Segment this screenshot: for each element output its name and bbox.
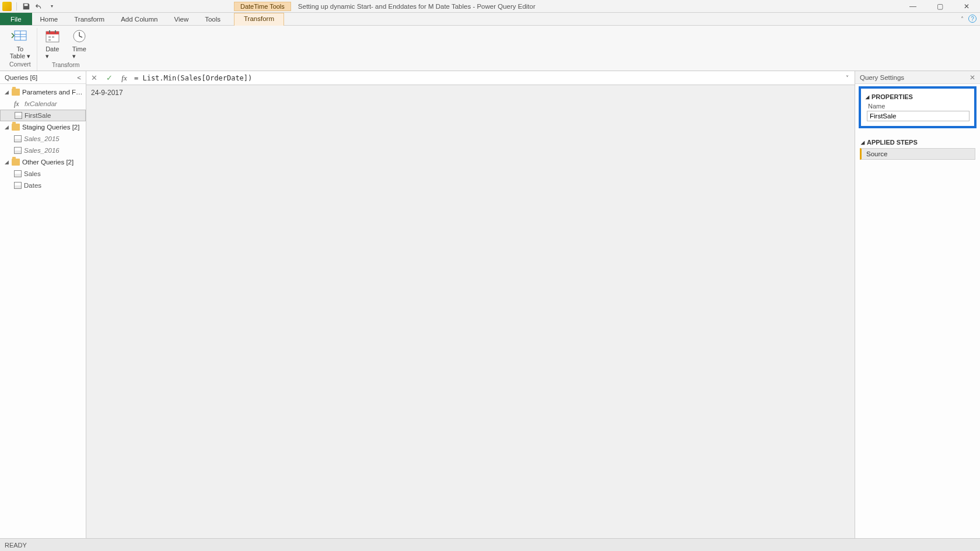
expand-icon[interactable]: ◢ — [4, 159, 9, 165]
name-label: Name — [864, 101, 971, 111]
query-item-fxcalendar[interactable]: fx fxCalendar — [0, 98, 86, 110]
fx-icon: fx — [14, 100, 22, 108]
collapse-icon: ◢ — [861, 140, 864, 145]
tab-file[interactable]: File — [0, 13, 32, 25]
ribbon-collapse-icon[interactable]: ˄ — [961, 16, 964, 22]
save-icon[interactable] — [22, 2, 31, 11]
properties-label: PROPERTIES — [872, 93, 913, 100]
status-bar: READY — [0, 538, 980, 551]
applied-steps-list: Source — [860, 148, 975, 160]
queries-pane: Queries [6] < ◢ Parameters and Fu… fx fx… — [0, 71, 86, 538]
query-settings-pane: Query Settings ✕ ◢ PROPERTIES Name ◢ APP… — [855, 71, 980, 538]
document-title: Setting up dynamic Start- and Enddates f… — [298, 3, 536, 10]
query-label: FirstSale — [24, 112, 85, 119]
query-item-sales2015[interactable]: Sales_2015 — [0, 133, 86, 145]
query-item-sales[interactable]: Sales — [0, 168, 86, 180]
query-settings-header: Query Settings ✕ — [855, 71, 980, 84]
queries-tree: ◢ Parameters and Fu… fx fxCalendar First… — [0, 84, 86, 194]
formula-expand-icon[interactable]: ˅ — [846, 75, 852, 81]
title-bar: ▾ DateTime Tools Setting up dynamic Star… — [0, 0, 980, 13]
expand-icon[interactable]: ◢ — [4, 124, 9, 130]
query-label: Dates — [24, 182, 86, 189]
query-name-input[interactable] — [867, 111, 970, 121]
qat-dropdown-icon[interactable]: ▾ — [47, 2, 57, 11]
applied-steps-header[interactable]: ◢ APPLIED STEPS — [860, 136, 975, 147]
app-icon — [2, 2, 12, 11]
to-table-label: ToTable ▾ — [10, 45, 30, 59]
ribbon-help-area: ˄ ? — [961, 15, 977, 23]
queries-header: Queries [6] < — [0, 71, 86, 84]
properties-highlight: ◢ PROPERTIES Name — [859, 86, 977, 128]
svg-rect-5 — [46, 31, 59, 34]
formula-bar: ✕ ✓ fx ˅ — [86, 71, 855, 85]
formula-input[interactable] — [134, 74, 841, 82]
to-table-icon — [10, 28, 29, 44]
group-label: Other Queries [2] — [22, 159, 86, 166]
context-tool-label: DateTime Tools — [234, 2, 291, 11]
undo-icon[interactable] — [34, 2, 44, 11]
center-area: ✕ ✓ fx ˅ 24-9-2017 — [86, 71, 855, 538]
formula-cancel-button[interactable]: ✕ — [89, 73, 99, 83]
query-item-sales2016[interactable]: Sales_2016 — [0, 145, 86, 156]
tab-transform[interactable]: Transform — [66, 13, 113, 25]
group-label: Staging Queries [2] — [22, 124, 86, 131]
window-controls: — ▢ ✕ — [900, 0, 980, 13]
properties-section-header[interactable]: ◢ PROPERTIES — [864, 91, 971, 101]
collapse-icon: ◢ — [866, 94, 869, 100]
time-icon — [70, 28, 89, 44]
ribbon-body: ToTable ▾ Convert Date▾ Time▾ Transform — [0, 26, 980, 71]
formula-commit-button[interactable]: ✓ — [104, 73, 114, 83]
close-button[interactable]: ✕ — [953, 0, 980, 13]
group-label: Parameters and Fu… — [22, 89, 86, 96]
result-value: 24-9-2017 — [91, 89, 123, 97]
group-label-transform: Transform — [52, 60, 79, 69]
maximize-button[interactable]: ▢ — [926, 0, 953, 13]
time-button[interactable]: Time▾ — [70, 28, 89, 60]
help-icon[interactable]: ? — [968, 15, 977, 23]
time-label: Time▾ — [72, 45, 86, 60]
ribbon-group-transform: Date▾ Time▾ Transform — [37, 28, 94, 71]
ribbon-group-convert: ToTable ▾ Convert — [4, 28, 37, 71]
query-label: Sales_2016 — [24, 147, 86, 154]
quick-access-toolbar: ▾ — [19, 2, 59, 11]
folder-icon — [12, 124, 20, 131]
svg-rect-9 — [52, 36, 54, 38]
minimize-button[interactable]: — — [900, 0, 926, 13]
status-ready: READY — [5, 542, 27, 549]
query-item-dates[interactable]: Dates — [0, 180, 86, 191]
table-icon — [14, 182, 22, 189]
settings-close-icon[interactable]: ✕ — [970, 73, 975, 82]
table-icon — [15, 112, 22, 119]
tab-tools[interactable]: Tools — [197, 13, 229, 25]
query-group-staging[interactable]: ◢ Staging Queries [2] — [0, 121, 86, 133]
query-label: Sales — [24, 170, 86, 177]
query-settings-title: Query Settings — [860, 74, 904, 81]
query-group-parameters[interactable]: ◢ Parameters and Fu… — [0, 86, 86, 98]
tab-add-column[interactable]: Add Column — [113, 13, 166, 25]
tab-transform-context[interactable]: Transform — [234, 13, 284, 26]
expand-icon[interactable]: ◢ — [4, 89, 9, 95]
applied-steps-label: APPLIED STEPS — [867, 139, 918, 146]
query-settings-body: ◢ PROPERTIES Name ◢ APPLIED STEPS Source — [855, 84, 980, 538]
folder-icon — [12, 159, 20, 166]
query-item-firstsale[interactable]: FirstSale — [0, 110, 86, 121]
step-source[interactable]: Source — [860, 148, 975, 160]
date-icon — [43, 28, 62, 44]
date-button[interactable]: Date▾ — [43, 28, 62, 60]
date-label: Date▾ — [46, 45, 59, 60]
tab-view[interactable]: View — [166, 13, 197, 25]
ribbon-tabs: File Home Transform Add Column View Tool… — [0, 13, 980, 26]
tab-home[interactable]: Home — [32, 13, 66, 25]
main-area: Queries [6] < ◢ Parameters and Fu… fx fx… — [0, 71, 980, 538]
to-table-button[interactable]: ToTable ▾ — [10, 28, 30, 59]
fx-icon[interactable]: fx — [119, 73, 130, 83]
queries-collapse-icon[interactable]: < — [77, 74, 81, 81]
query-label: Sales_2015 — [24, 135, 86, 142]
query-group-other[interactable]: ◢ Other Queries [2] — [0, 156, 86, 168]
svg-rect-10 — [48, 39, 51, 41]
result-area: 24-9-2017 — [86, 85, 855, 538]
table-icon — [14, 170, 22, 177]
group-label-convert: Convert — [9, 59, 31, 68]
table-icon — [14, 135, 22, 142]
query-label: fxCalendar — [24, 100, 86, 107]
